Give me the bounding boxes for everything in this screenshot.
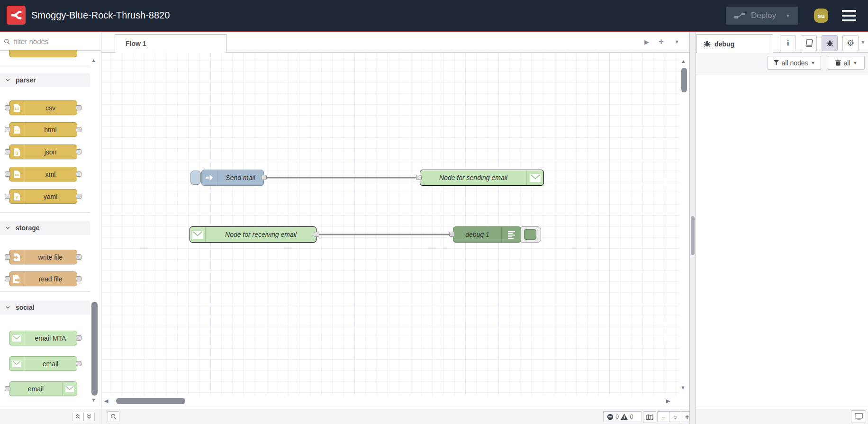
debug-filter-button[interactable]: all nodes ▼: [768, 56, 821, 70]
port[interactable]: [76, 171, 81, 177]
svg-text:<>: <>: [15, 173, 19, 177]
splitter-handle[interactable]: [691, 216, 695, 255]
open-debug-window-button[interactable]: [851, 410, 866, 423]
settings-tab-button[interactable]: ⚙: [842, 35, 859, 51]
error-count: 0: [615, 413, 619, 420]
palette-node-yaml[interactable]: Y yaml: [9, 189, 77, 204]
palette-node-email-in[interactable]: email: [9, 356, 77, 371]
expand-all-button[interactable]: [83, 412, 95, 421]
palette-node-write-file[interactable]: write file: [9, 250, 77, 264]
palette-search[interactable]: [0, 32, 101, 51]
port[interactable]: [5, 171, 10, 177]
port[interactable]: [76, 194, 81, 199]
input-port[interactable]: [416, 175, 422, 180]
canvas-hscrollbar-thumb[interactable]: [116, 398, 185, 404]
canvas-vscrollbar-thumb[interactable]: [681, 68, 687, 92]
palette-node-json[interactable]: {} json: [9, 144, 77, 159]
user-avatar[interactable]: su: [814, 9, 828, 23]
canvas-scroll-up-icon[interactable]: ▲: [681, 59, 686, 64]
palette-scroll-down-icon[interactable]: ▼: [91, 397, 96, 403]
filter-nodes-input[interactable]: [13, 37, 90, 46]
palette-node-email-out[interactable]: email: [9, 381, 77, 396]
node-receiving-email[interactable]: Node for receiving email: [190, 226, 316, 243]
tab-debug[interactable]: debug: [696, 34, 773, 53]
envelope-icon: [62, 382, 77, 396]
navigator-button[interactable]: [643, 411, 656, 423]
palette-node-csv[interactable]: 1,2 csv: [9, 100, 77, 115]
port[interactable]: [76, 361, 81, 366]
port[interactable]: [5, 149, 10, 154]
flow-menu-chevron-icon[interactable]: ▼: [674, 39, 679, 45]
palette-node-email-mta[interactable]: email MTA: [9, 331, 77, 345]
canvas-scroll-right-icon[interactable]: ▶: [666, 398, 670, 404]
port[interactable]: [76, 254, 81, 260]
info-icon: i: [787, 38, 789, 48]
chevron-down-icon: [6, 79, 10, 81]
file-json-icon: {}: [9, 145, 24, 159]
trash-icon: [835, 60, 841, 66]
sidebar-menu-chevron-icon[interactable]: ▼: [860, 39, 866, 45]
palette-node-read-file[interactable]: read file: [9, 271, 77, 286]
port[interactable]: [5, 386, 10, 391]
zoom-reset-button[interactable]: ○: [669, 412, 681, 422]
palette-scrollbar-thumb[interactable]: [91, 302, 98, 396]
status-counts: 0 0: [603, 411, 642, 422]
bug-icon: [704, 40, 711, 47]
palette-node-partial[interactable]: [9, 50, 77, 57]
palette-scroll-up-icon[interactable]: ▲: [91, 58, 96, 63]
debug-clear-button[interactable]: all ▼: [828, 56, 865, 70]
input-port[interactable]: [449, 232, 455, 237]
port[interactable]: [5, 127, 10, 132]
port[interactable]: [5, 194, 10, 199]
search-icon: [4, 38, 10, 45]
port[interactable]: [5, 105, 10, 110]
book-icon: [805, 39, 813, 47]
canvas-search-button[interactable]: [108, 411, 119, 422]
zoom-out-button[interactable]: −: [658, 412, 669, 422]
add-flow-icon[interactable]: +: [659, 36, 664, 47]
port[interactable]: [76, 105, 81, 110]
divider: [0, 212, 90, 213]
file-import-icon: [9, 250, 24, 264]
port[interactable]: [5, 276, 10, 281]
node-send-mail[interactable]: Send mail: [201, 170, 264, 186]
port[interactable]: [5, 254, 10, 260]
port[interactable]: [76, 127, 81, 132]
double-chevron-up-icon: [75, 414, 80, 419]
info-tab-button[interactable]: i: [780, 35, 796, 51]
palette-node-xml[interactable]: <> xml: [9, 167, 77, 181]
canvas-scroll-down-icon[interactable]: ▼: [680, 385, 686, 390]
output-port[interactable]: [314, 232, 319, 237]
canvas-scroll-left-icon[interactable]: ◀: [104, 398, 108, 404]
deploy-chevron-icon[interactable]: ▼: [781, 13, 790, 18]
warning-count: 0: [630, 413, 633, 420]
port[interactable]: [76, 149, 81, 154]
main-menu-icon[interactable]: [842, 10, 856, 21]
flow-list-icon[interactable]: ▶: [644, 38, 649, 45]
port[interactable]: [76, 276, 81, 281]
palette-category-parser[interactable]: parser: [0, 73, 90, 87]
deploy-button[interactable]: Deploy ▼: [726, 7, 798, 25]
gear-icon: ⚙: [847, 39, 854, 47]
help-tab-button[interactable]: [801, 35, 817, 51]
double-chevron-down-icon: [87, 414, 91, 419]
deploy-label: Deploy: [751, 11, 776, 20]
palette-category-social[interactable]: social: [0, 300, 90, 315]
svg-text:{}: {}: [15, 151, 18, 155]
palette-node-html[interactable]: <> html: [9, 122, 77, 137]
divider: [0, 291, 90, 292]
sidebar-footer: [696, 409, 868, 424]
node-debug-1[interactable]: debug 1: [453, 226, 521, 243]
svg-text:1,2: 1,2: [14, 107, 18, 111]
output-port[interactable]: [261, 175, 267, 180]
debug-sidebar: [696, 53, 868, 409]
wires-layer: [102, 53, 679, 396]
node-sending-email[interactable]: Node for sending email: [420, 170, 544, 186]
palette-category-storage[interactable]: storage: [0, 221, 90, 235]
debug-tab-button[interactable]: [822, 35, 838, 51]
zoom-controls: − ○ +: [657, 411, 693, 422]
port[interactable]: [76, 335, 81, 341]
collapse-all-button[interactable]: [72, 412, 83, 421]
tab-flow-1[interactable]: Flow 1: [115, 34, 226, 53]
inject-button[interactable]: [190, 171, 201, 185]
